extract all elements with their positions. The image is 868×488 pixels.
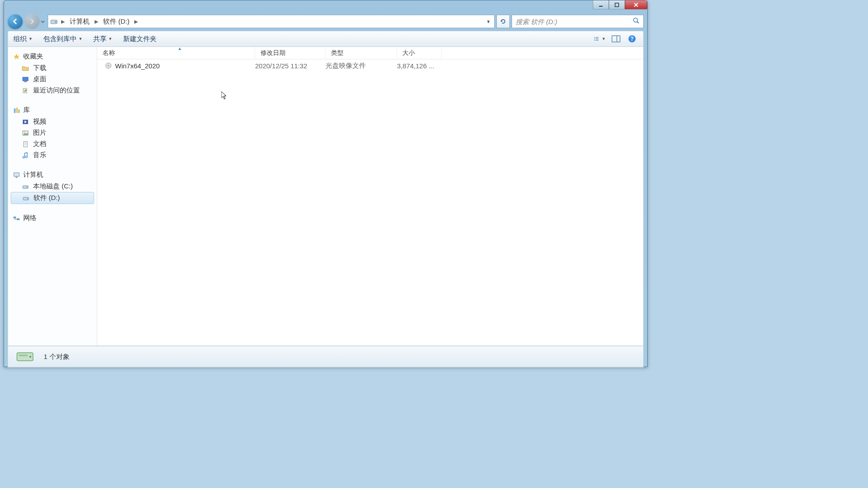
- content-area: 收藏夹 下载 桌面 最近访问的位置 库: [8, 47, 644, 346]
- video-icon: [21, 118, 29, 126]
- navigation-pane: 收藏夹 下载 桌面 最近访问的位置 库: [8, 47, 97, 346]
- maximize-button[interactable]: [609, 0, 625, 9]
- column-header-date[interactable]: 修改日期: [255, 47, 326, 59]
- recent-icon: [21, 87, 29, 95]
- breadcrumb-separator-icon[interactable]: ▶: [93, 19, 99, 25]
- sidebar-libraries-header[interactable]: 库: [8, 104, 97, 116]
- iso-file-icon: [104, 62, 112, 70]
- history-dropdown-icon[interactable]: [40, 18, 46, 25]
- sidebar-item-desktop[interactable]: 桌面: [8, 74, 97, 85]
- new-folder-button[interactable]: 新建文件夹: [123, 35, 157, 43]
- breadcrumb-computer[interactable]: 计算机: [68, 17, 91, 27]
- folder-icon: [21, 64, 29, 72]
- sidebar-label: 音乐: [33, 151, 46, 159]
- sidebar-item-drive-c[interactable]: 本地磁盘 (C:): [8, 181, 97, 192]
- star-icon: [12, 53, 21, 61]
- svg-rect-12: [612, 36, 620, 42]
- file-date: 2020/12/25 11:32: [255, 62, 326, 70]
- svg-text:?: ?: [630, 36, 633, 42]
- organize-label: 组织: [13, 35, 27, 43]
- minimize-button[interactable]: [593, 0, 609, 9]
- navigation-bar: ▶ 计算机 ▶ 软件 (D:) ▶ ▼: [8, 12, 644, 31]
- sidebar-label: 本地磁盘 (C:): [33, 182, 73, 191]
- svg-point-39: [29, 356, 31, 358]
- back-button[interactable]: [8, 14, 23, 29]
- toolbar: 组织 ▼ 包含到库中 ▼ 共享 ▼ 新建文件夹 ▼ ?: [8, 31, 644, 47]
- share-label: 共享: [93, 35, 107, 43]
- breadcrumb-separator-icon[interactable]: ▶: [133, 19, 139, 25]
- column-header-type[interactable]: 类型: [326, 47, 397, 59]
- sidebar-network-header[interactable]: 网络: [8, 212, 97, 224]
- computer-icon: [12, 171, 21, 179]
- search-input[interactable]: [516, 18, 632, 25]
- sidebar-label: 视频: [33, 117, 46, 126]
- explorer-window: ▶ 计算机 ▶ 软件 (D:) ▶ ▼ 组织 ▼ 包含到库中 ▼ 共享 ▼: [4, 0, 648, 367]
- svg-point-33: [27, 198, 28, 199]
- svg-rect-17: [24, 81, 27, 82]
- svg-rect-9: [595, 38, 599, 39]
- file-type: 光盘映像文件: [326, 62, 397, 70]
- search-icon[interactable]: [632, 17, 640, 26]
- drive-icon: [21, 183, 29, 191]
- title-bar[interactable]: [4, 0, 647, 12]
- drive-icon: [50, 17, 58, 25]
- share-menu[interactable]: 共享 ▼: [93, 35, 112, 43]
- status-text: 1 个对象: [44, 353, 70, 361]
- sidebar-favorites-header[interactable]: 收藏夹: [8, 50, 97, 63]
- sidebar-item-pictures[interactable]: 图片: [8, 127, 97, 138]
- sidebar-label: 文档: [33, 140, 46, 148]
- file-row[interactable]: Win7x64_2020 2020/12/25 11:32 光盘映像文件 3,8…: [97, 59, 643, 72]
- organize-menu[interactable]: 组织 ▼: [13, 35, 33, 43]
- svg-point-31: [27, 187, 28, 188]
- sidebar-label: 收藏夹: [23, 52, 43, 61]
- new-folder-label: 新建文件夹: [123, 35, 157, 43]
- breadcrumb-location[interactable]: 软件 (D:): [101, 17, 131, 27]
- svg-rect-0: [599, 6, 603, 7]
- column-header-name[interactable]: 名称: [97, 47, 255, 59]
- sidebar-item-documents[interactable]: 文档: [8, 138, 97, 150]
- picture-icon: [21, 129, 29, 137]
- sort-indicator-icon: ▲: [178, 46, 182, 51]
- column-headers: ▲ 名称 修改日期 类型 大小: [97, 47, 643, 59]
- forward-button[interactable]: [25, 14, 40, 29]
- sidebar-computer-header[interactable]: 计算机: [8, 169, 97, 181]
- svg-rect-21: [18, 109, 20, 113]
- column-header-size[interactable]: 大小: [397, 47, 442, 59]
- dropdown-icon: ▼: [602, 37, 606, 41]
- sidebar-label: 图片: [33, 129, 46, 137]
- svg-point-3: [55, 21, 57, 23]
- address-bar[interactable]: ▶ 计算机 ▶ 软件 (D:) ▶ ▼: [48, 15, 495, 28]
- svg-rect-8: [594, 38, 595, 39]
- sidebar-label: 网络: [23, 214, 37, 222]
- sidebar-item-music[interactable]: 音乐: [8, 150, 97, 161]
- file-name: Win7x64_2020: [115, 62, 160, 70]
- close-button[interactable]: [625, 0, 647, 9]
- dropdown-icon: ▼: [108, 37, 112, 41]
- include-label: 包含到库中: [43, 35, 77, 43]
- help-button[interactable]: ?: [626, 33, 638, 45]
- search-box[interactable]: [512, 15, 644, 28]
- svg-rect-7: [595, 37, 599, 38]
- sidebar-label: 软件 (D:): [33, 194, 60, 202]
- sidebar-item-recent[interactable]: 最近访问的位置: [8, 85, 97, 96]
- view-options-button[interactable]: ▼: [594, 33, 606, 45]
- svg-line-5: [637, 22, 639, 24]
- document-icon: [21, 140, 29, 148]
- refresh-button[interactable]: [496, 15, 510, 28]
- sidebar-label: 下载: [33, 64, 46, 72]
- sidebar-label: 最近访问的位置: [33, 86, 80, 95]
- sidebar-item-downloads[interactable]: 下载: [8, 63, 97, 74]
- sidebar-item-drive-d[interactable]: 软件 (D:): [11, 192, 94, 204]
- include-in-library-menu[interactable]: 包含到库中 ▼: [43, 35, 83, 43]
- file-size: 3,874,126 ...: [397, 62, 442, 70]
- address-dropdown-icon[interactable]: ▼: [484, 19, 492, 24]
- sidebar-label: 桌面: [33, 75, 46, 83]
- svg-point-37: [108, 65, 109, 67]
- dropdown-icon: ▼: [79, 37, 83, 41]
- file-list-pane[interactable]: ▲ 名称 修改日期 类型 大小 Win7x64_2020 2020/12/25 …: [97, 47, 643, 346]
- breadcrumb-separator-icon[interactable]: ▶: [60, 19, 66, 25]
- svg-rect-11: [595, 40, 599, 41]
- preview-pane-button[interactable]: [610, 33, 622, 45]
- sidebar-item-videos[interactable]: 视频: [8, 116, 97, 127]
- cursor-icon: [221, 92, 228, 100]
